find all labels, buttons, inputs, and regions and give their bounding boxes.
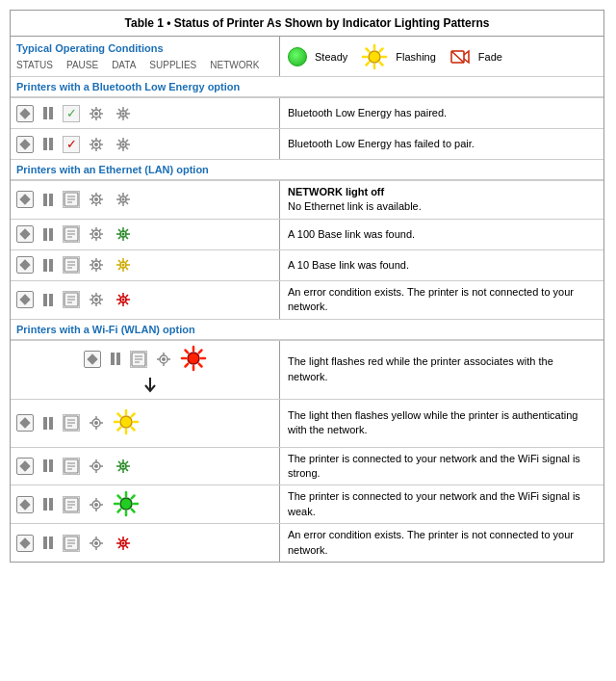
network-red-error-icon bbox=[113, 535, 134, 552]
svg-line-122 bbox=[118, 268, 120, 270]
desc-text: An error condition exists. The printer i… bbox=[288, 285, 596, 315]
data-check-red-icon: ✓ bbox=[63, 136, 80, 153]
svg-point-56 bbox=[94, 197, 98, 201]
fade-label: Fade bbox=[478, 51, 502, 63]
icons-cell: ✓ bbox=[11, 98, 280, 128]
icons-cell bbox=[11, 250, 280, 280]
svg-line-38 bbox=[99, 146, 101, 148]
icons-cell bbox=[11, 485, 280, 523]
svg-point-172 bbox=[94, 421, 98, 425]
desc-cell: An error condition exists. The printer i… bbox=[280, 524, 603, 562]
svg-line-74 bbox=[118, 202, 120, 204]
svg-line-62 bbox=[99, 202, 101, 204]
typical-right: Steady Flashing bbox=[280, 37, 603, 76]
status-icon bbox=[16, 136, 34, 153]
icons-cell bbox=[11, 181, 280, 219]
svg-line-20 bbox=[91, 116, 93, 118]
desc-cell: The printer is connected to your network… bbox=[280, 485, 603, 523]
svg-point-211 bbox=[94, 503, 98, 507]
desc-cell: Bluetooth Low Energy has failed to pair. bbox=[280, 129, 603, 159]
status-icon bbox=[16, 414, 34, 432]
status-icon bbox=[16, 105, 34, 122]
svg-line-133 bbox=[91, 295, 93, 297]
svg-line-135 bbox=[99, 295, 101, 297]
pause-icon bbox=[39, 136, 57, 153]
typical-left: Typical Operating Conditions STATUS PAUS… bbox=[11, 37, 280, 76]
svg-line-37 bbox=[91, 140, 93, 142]
network-yellow-icon bbox=[113, 256, 134, 274]
svg-line-5 bbox=[367, 48, 370, 51]
svg-point-22 bbox=[122, 112, 125, 115]
wifi-section-label: Printers with a Wi-Fi (WLAN) option bbox=[11, 320, 603, 340]
svg-line-95 bbox=[118, 229, 120, 231]
svg-line-242 bbox=[126, 545, 128, 547]
supplies-icon bbox=[86, 458, 107, 475]
svg-line-110 bbox=[99, 268, 101, 270]
icons-cell bbox=[11, 400, 280, 447]
icons-cell bbox=[11, 220, 280, 249]
svg-line-48 bbox=[126, 146, 128, 148]
svg-line-7 bbox=[380, 48, 383, 51]
icons-cell: ✓ bbox=[11, 129, 280, 159]
data-icon bbox=[63, 191, 80, 208]
svg-line-40 bbox=[91, 146, 93, 148]
network-green-icon bbox=[113, 225, 134, 243]
svg-line-223 bbox=[132, 495, 135, 498]
supplies-icon bbox=[86, 496, 107, 513]
svg-line-50 bbox=[118, 146, 120, 148]
arrow-down-icon bbox=[132, 376, 159, 395]
table-row: ✓ bbox=[11, 129, 603, 160]
svg-line-109 bbox=[91, 260, 93, 262]
pause-icon bbox=[39, 105, 57, 122]
network-green-strong-icon bbox=[113, 458, 134, 475]
svg-point-0 bbox=[369, 51, 380, 63]
flashing-light-icon bbox=[361, 43, 388, 70]
table-row: A 100 Base link was found. bbox=[11, 220, 603, 250]
svg-line-146 bbox=[118, 302, 120, 304]
network-flash-green-weak-icon bbox=[113, 490, 140, 519]
pause-icon bbox=[107, 351, 124, 368]
supplies-icon bbox=[86, 256, 107, 274]
svg-line-63 bbox=[99, 195, 101, 196]
table-row: An error condition exists. The printer i… bbox=[11, 524, 603, 562]
ethernet-section-label: Printers with an Ethernet (LAN) option bbox=[11, 160, 603, 180]
steady-label: Steady bbox=[315, 51, 347, 63]
table-row: NETWORK light off No Ethernet link is av… bbox=[11, 181, 603, 220]
typical-section-label: Typical Operating Conditions bbox=[16, 40, 273, 58]
svg-line-27 bbox=[118, 109, 120, 111]
svg-point-32 bbox=[94, 143, 98, 146]
desc-text: Bluetooth Low Energy has failed to pair. bbox=[288, 137, 475, 151]
svg-line-244 bbox=[118, 545, 120, 547]
main-table: Table 1 • Status of Printer As Shown by … bbox=[10, 10, 604, 563]
status-icon bbox=[16, 256, 34, 274]
status-icon bbox=[16, 291, 34, 308]
svg-point-236 bbox=[122, 541, 125, 544]
svg-point-66 bbox=[122, 198, 125, 201]
network-flash-yellow-icon bbox=[113, 408, 140, 437]
table-row: The light flashes red while the printer … bbox=[11, 341, 603, 400]
svg-line-134 bbox=[99, 302, 101, 304]
svg-line-205 bbox=[118, 469, 120, 471]
table-row: The printer is connected to your network… bbox=[11, 448, 603, 486]
network-icon bbox=[113, 105, 134, 122]
status-icon bbox=[16, 535, 34, 552]
network-off-icon bbox=[113, 191, 134, 208]
bluetooth-section-label: Printers with a Bluetooth Low Energy opt… bbox=[11, 77, 603, 97]
status-icon bbox=[16, 496, 34, 513]
svg-line-6 bbox=[380, 62, 383, 65]
data-icon bbox=[63, 291, 80, 308]
svg-point-90 bbox=[122, 233, 125, 236]
desc-text: NETWORK light off bbox=[288, 185, 384, 199]
desc-cell: An error condition exists. The printer i… bbox=[280, 281, 603, 319]
svg-point-80 bbox=[94, 232, 98, 236]
svg-line-71 bbox=[118, 195, 120, 196]
svg-line-98 bbox=[118, 237, 120, 239]
svg-line-184 bbox=[132, 414, 135, 417]
desc-subtext: No Ethernet link is available. bbox=[288, 199, 422, 214]
svg-line-47 bbox=[118, 140, 120, 142]
supplies-icon bbox=[86, 225, 107, 243]
svg-point-230 bbox=[94, 541, 98, 545]
desc-cell: NETWORK light off No Ethernet link is av… bbox=[280, 181, 603, 219]
data-icon bbox=[63, 414, 80, 432]
data-icon bbox=[63, 225, 80, 243]
